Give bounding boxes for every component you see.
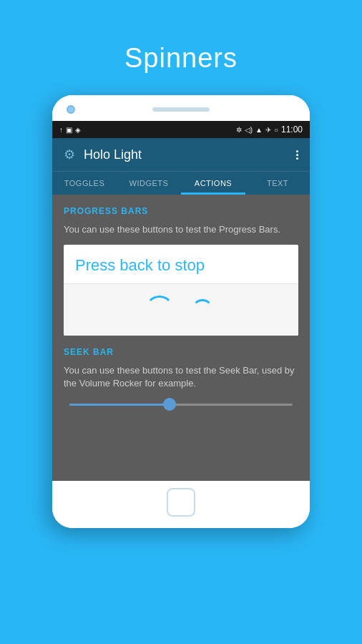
tab-toggles[interactable]: TOGGLES <box>52 172 117 195</box>
spinner-arc-2 <box>192 299 213 321</box>
progress-bars-title: PROGRESS BARS <box>64 206 298 216</box>
bluetooth-icon: ✲ <box>236 126 242 134</box>
notification-icons: ↑ ▣ ◈ <box>59 126 81 134</box>
spinner-1 <box>145 296 174 324</box>
progress-bars-description: You can use these buttons to test the Pr… <box>64 223 298 236</box>
app-toolbar: ⚙ Holo Light <box>52 138 310 171</box>
status-time: 11:00 <box>281 125 303 135</box>
progress-bars-section: PROGRESS BARS You can use these buttons … <box>64 206 298 336</box>
home-button[interactable] <box>167 488 195 517</box>
phone-device: ↑ ▣ ◈ ✲ ◁) ▲ ✈ ○ 11:00 ⚙ Holo Light TOGG… <box>52 95 310 528</box>
tab-actions[interactable]: ACTIONS <box>181 172 245 195</box>
seek-bar-container <box>64 401 298 409</box>
upload-icon: ↑ <box>59 126 63 134</box>
seek-bar-fill <box>69 404 170 406</box>
seek-bar-title: SEEK BAR <box>64 347 298 357</box>
content-area: PROGRESS BARS You can use these buttons … <box>52 195 310 481</box>
settings-gear-icon: ⚙ <box>64 147 75 162</box>
tab-widgets[interactable]: WIDGETS <box>117 172 181 195</box>
earpiece-speaker <box>152 107 210 112</box>
seek-bar-description: You can use these buttons to test the Se… <box>64 364 298 390</box>
seek-bar-thumb[interactable] <box>163 398 176 411</box>
press-back-text: Press back to stop <box>64 245 298 284</box>
tabs-bar: TOGGLES WIDGETS ACTIONS TEXT <box>52 171 310 195</box>
status-bar: ↑ ▣ ◈ ✲ ◁) ▲ ✈ ○ 11:00 <box>52 121 310 138</box>
shield-icon: ◈ <box>75 126 81 134</box>
system-icons: ✲ ◁) ▲ ✈ ○ 11:00 <box>236 125 303 135</box>
seek-bar-track[interactable] <box>69 404 293 406</box>
tab-text[interactable]: TEXT <box>245 172 310 195</box>
spinner-2 <box>188 296 217 324</box>
seek-bar-section: SEEK BAR You can use these buttons to te… <box>64 347 298 408</box>
front-camera <box>67 105 75 114</box>
circle-icon: ○ <box>274 126 278 134</box>
wifi-icon: ▲ <box>255 126 263 134</box>
image-icon: ▣ <box>66 126 72 134</box>
toolbar-left: ⚙ Holo Light <box>64 147 142 162</box>
phone-top-bezel <box>52 95 310 121</box>
volume-icon: ◁) <box>245 126 253 134</box>
toolbar-title: Holo Light <box>84 147 142 162</box>
spinner-arc-1 <box>145 296 174 324</box>
spinner-area <box>64 284 298 336</box>
airplane-icon: ✈ <box>265 126 271 134</box>
phone-bottom-bezel <box>52 481 310 528</box>
more-options-button[interactable] <box>296 150 298 160</box>
page-title: Spinners <box>124 43 238 74</box>
progress-bars-card: Press back to stop <box>64 245 298 336</box>
